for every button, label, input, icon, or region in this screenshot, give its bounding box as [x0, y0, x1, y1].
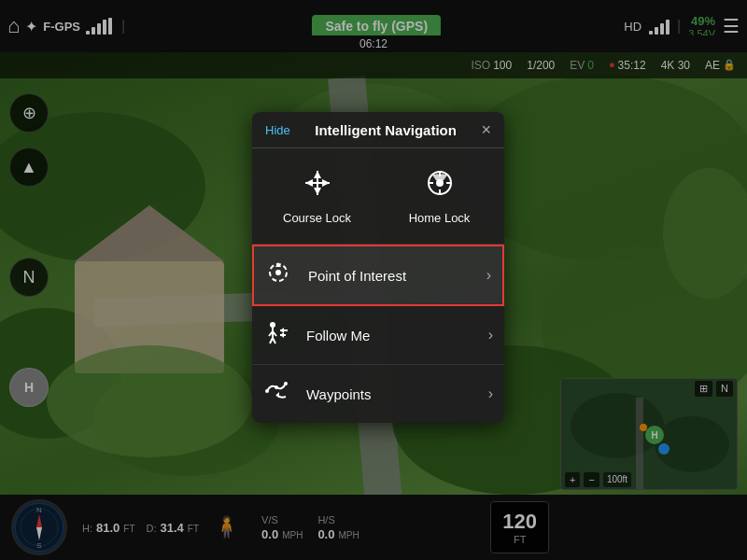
dialog-title: Intelligent Navigation — [300, 122, 472, 138]
svg-line-33 — [273, 338, 275, 343]
svg-point-39 — [275, 385, 278, 389]
follow-me-arrow-icon: › — [488, 327, 493, 343]
home-lock-label: Home Lock — [409, 211, 471, 225]
home-lock-icon — [424, 167, 456, 205]
waypoints-arrow-icon: › — [488, 385, 493, 402]
svg-marker-18 — [322, 179, 330, 187]
poi-icon — [265, 259, 299, 291]
home-lock-item[interactable]: Home Lock — [382, 160, 497, 232]
waypoints-icon — [263, 378, 297, 410]
dialog-list: Point of Interest › — [252, 245, 504, 423]
svg-marker-17 — [305, 179, 313, 187]
poi-arrow-icon: › — [486, 267, 491, 284]
dialog-header: Hide Intelligent Navigation × — [252, 112, 504, 148]
svg-point-28 — [270, 322, 275, 328]
waypoints-label: Waypoints — [306, 386, 488, 402]
svg-marker-37 — [280, 332, 284, 338]
svg-marker-15 — [314, 171, 321, 178]
svg-point-26 — [275, 270, 281, 275]
follow-me-label: Follow Me — [306, 328, 488, 343]
svg-marker-35 — [280, 328, 284, 333]
course-lock-icon — [302, 167, 333, 205]
course-lock-item[interactable]: Course Lock — [260, 160, 374, 232]
waypoints-item[interactable]: Waypoints › — [252, 365, 504, 423]
close-button[interactable]: × — [481, 121, 491, 138]
follow-me-item[interactable]: Follow Me › — [252, 306, 504, 365]
follow-me-icon — [263, 319, 297, 351]
svg-point-40 — [284, 382, 288, 385]
dialog-grid: Course Lock Home Lock — [252, 148, 504, 245]
intelligent-navigation-dialog: Hide Intelligent Navigation × Course Loc… — [252, 112, 504, 423]
point-of-interest-item[interactable]: Point of Interest › — [252, 245, 504, 306]
svg-point-38 — [265, 389, 269, 393]
course-lock-label: Course Lock — [283, 211, 351, 225]
poi-label: Point of Interest — [308, 268, 486, 284]
hide-button[interactable]: Hide — [265, 123, 290, 137]
svg-marker-16 — [314, 188, 321, 195]
